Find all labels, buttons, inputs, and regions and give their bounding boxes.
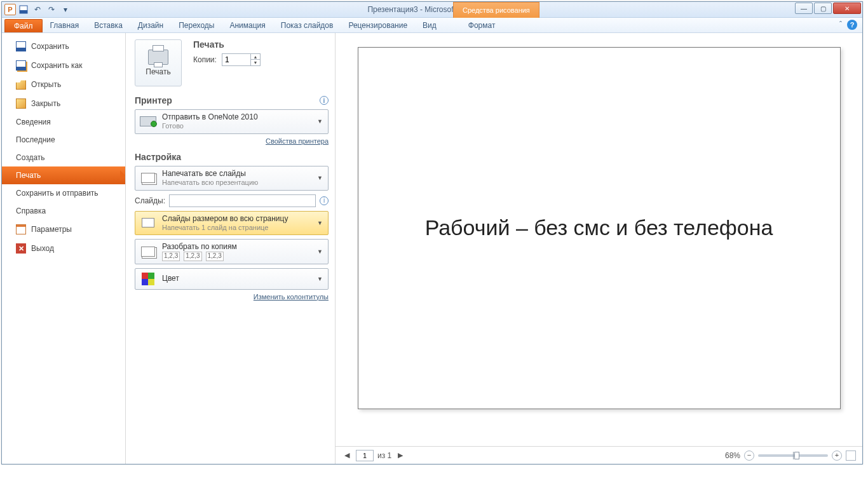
minimize-ribbon-icon[interactable]: ˆ (839, 20, 842, 29)
layout-title: Слайды размером во всю страницу (162, 214, 312, 224)
close-button[interactable]: ✕ (833, 3, 861, 14)
slides-all-icon (141, 173, 155, 183)
nav-print[interactable]: Печать (2, 166, 125, 184)
zoom-out-button[interactable]: − (744, 451, 754, 461)
nav-info[interactable]: Сведения (2, 113, 125, 131)
nav-save-send[interactable]: Сохранить и отправить (2, 184, 125, 202)
nav-label: Сохранить и отправить (16, 189, 98, 198)
print-preview: Рабочий – без смс и без телефона ◀ из 1 … (336, 33, 862, 464)
window-title: Презентация3 - Microsoft PowerPoint (2, 5, 862, 14)
chevron-down-icon: ▼ (317, 276, 324, 282)
zoom-slider[interactable] (758, 454, 828, 457)
page-of-label: из 1 (377, 451, 391, 460)
exit-icon: ✕ (16, 243, 26, 254)
zoom-in-button[interactable]: + (832, 451, 842, 461)
chevron-down-icon: ▼ (317, 175, 324, 181)
printer-dropdown[interactable]: Отправить в OneNote 2010 Готово ▼ (135, 109, 329, 134)
nav-save-as[interactable]: Сохранить как (2, 56, 125, 75)
print-what-dropdown[interactable]: Напечатать все слайды Напечатать всю пре… (135, 166, 329, 191)
title-bar: P ↶ ↷ ▾ Презентация3 - Microsoft PowerPo… (2, 2, 862, 18)
zoom-thumb[interactable] (794, 452, 799, 459)
help-icon[interactable]: ? (847, 20, 857, 30)
copies-input[interactable] (222, 55, 250, 64)
preview-canvas: Рабочий – без смс и без телефона (336, 33, 862, 446)
tab-home[interactable]: Главная (43, 18, 87, 32)
info-icon[interactable]: i (320, 96, 329, 105)
nav-recent[interactable]: Последние (2, 131, 125, 149)
tab-review[interactable]: Рецензирование (341, 18, 415, 32)
app-icon: P (4, 4, 16, 15)
tab-animations[interactable]: Анимация (222, 18, 273, 32)
info-icon[interactable]: i (320, 196, 329, 205)
nav-exit[interactable]: ✕Выход (2, 239, 125, 258)
printer-name: Отправить в OneNote 2010 (162, 112, 312, 122)
nav-label: Параметры (31, 225, 72, 234)
color-title: Цвет (162, 274, 312, 283)
zoom-fit-button[interactable] (846, 451, 856, 461)
printer-icon (148, 50, 168, 65)
nav-label: Открыть (31, 80, 61, 89)
copies-spinner[interactable]: ▲▼ (222, 53, 261, 66)
options-icon (16, 224, 26, 234)
tab-view[interactable]: Вид (415, 18, 444, 32)
settings-heading: Настройка (135, 152, 329, 162)
qat-customize-icon[interactable]: ▾ (59, 3, 72, 16)
chevron-down-icon: ▼ (317, 118, 324, 125)
save-icon (16, 41, 26, 51)
print-button-label: Печать (146, 67, 170, 76)
zoom-percent: 68% (725, 451, 740, 460)
nav-save[interactable]: Сохранить (2, 37, 125, 56)
qat-save-icon[interactable] (17, 3, 30, 16)
nav-help[interactable]: Справка (2, 202, 125, 220)
qat-undo-icon[interactable]: ↶ (31, 3, 44, 16)
slide-preview: Рабочий – без смс и без телефона (358, 47, 841, 409)
qat-redo-icon[interactable]: ↷ (45, 3, 58, 16)
app-window: P ↶ ↷ ▾ Презентация3 - Microsoft PowerPo… (1, 1, 863, 464)
tab-file[interactable]: Файл (4, 19, 43, 32)
color-dropdown[interactable]: Цвет ▼ (135, 268, 329, 290)
next-page-button[interactable]: ▶ (395, 451, 405, 461)
print-heading: Печать (193, 39, 261, 50)
print-layout-dropdown[interactable]: Слайды размером во всю страницу Напечата… (135, 211, 329, 236)
print-settings-panel: Печать Печать Копии: ▲▼ Принтер i (126, 33, 336, 464)
quick-access-toolbar: P ↶ ↷ ▾ (2, 3, 72, 16)
chevron-down-icon: ▼ (317, 220, 324, 226)
close-icon (16, 98, 26, 109)
minimize-button[interactable]: — (795, 3, 813, 14)
nav-options[interactable]: Параметры (2, 220, 125, 239)
nav-close[interactable]: Закрыть (2, 94, 125, 113)
tab-format[interactable]: Формат (461, 18, 503, 32)
tab-transitions[interactable]: Переходы (171, 18, 222, 32)
slides-range-input[interactable] (169, 194, 316, 207)
chevron-down-icon: ▼ (317, 248, 324, 255)
maximize-button[interactable]: ▢ (814, 3, 832, 14)
edit-header-footer-link[interactable]: Изменить колонтитулы (254, 293, 329, 301)
copies-label: Копии: (193, 55, 217, 64)
printer-properties-link[interactable]: Свойства принтера (266, 137, 329, 145)
backstage-nav: Сохранить Сохранить как Открыть Закрыть … (2, 33, 126, 464)
open-icon (16, 79, 26, 90)
collate-icon (141, 247, 155, 257)
printer-heading: Принтер i (135, 95, 329, 105)
spin-down-icon[interactable]: ▼ (251, 60, 260, 65)
preview-status-bar: ◀ из 1 ▶ 68% − + (336, 446, 862, 464)
tab-slideshow[interactable]: Показ слайдов (273, 18, 341, 32)
collate-dropdown[interactable]: Разобрать по копиям 1,2,3 1,2,3 1,2,3 ▼ (135, 239, 329, 264)
printer-status-icon (140, 116, 156, 126)
tab-insert[interactable]: Вставка (86, 18, 130, 32)
printer-status: Готово (162, 122, 312, 131)
ribbon-tabs: Файл Главная Вставка Дизайн Переходы Ани… (2, 18, 862, 33)
prev-page-button[interactable]: ◀ (342, 451, 352, 461)
nav-label: Выход (31, 244, 54, 253)
tab-design[interactable]: Дизайн (130, 18, 171, 32)
print-button[interactable]: Печать (135, 39, 182, 86)
nav-open[interactable]: Открыть (2, 75, 125, 94)
nav-label: Печать (16, 171, 41, 180)
window-controls: — ▢ ✕ (795, 3, 861, 14)
nav-label: Справка (16, 207, 46, 215)
spin-up-icon[interactable]: ▲ (251, 54, 260, 60)
contextual-tab-drawing-tools[interactable]: Средства рисования (453, 2, 539, 18)
page-number-input[interactable] (356, 450, 374, 461)
save-as-icon (16, 60, 26, 71)
nav-new[interactable]: Создать (2, 149, 125, 166)
